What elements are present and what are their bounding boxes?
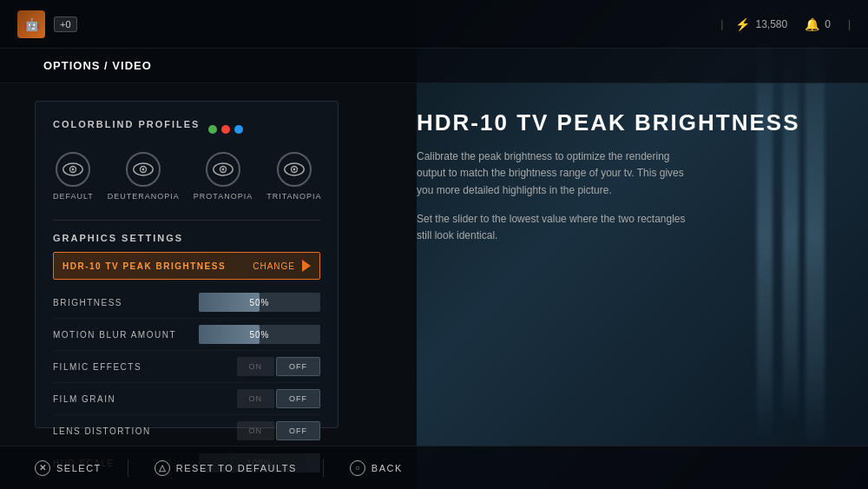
level-badge: +0	[54, 17, 77, 32]
film-grain-on[interactable]: ON	[237, 389, 275, 408]
right-panel: HDR-10 TV PEAK BRIGHTNESS Calibrate the …	[373, 83, 868, 446]
hdr-right: CHANGE	[253, 260, 311, 272]
tokens-value: 0	[825, 18, 831, 30]
hdr-label: HDR-10 TV PEAK BRIGHTNESS	[62, 261, 226, 271]
lightning-icon: ⚡	[735, 17, 750, 31]
profile-tritanopia-icon	[277, 152, 312, 187]
setting-filmic-effects: FILMIC EFFECTS ON OFF	[53, 351, 320, 383]
left-panel: COLORBLIND PROFILES DE	[0, 83, 373, 446]
back-label: BACK	[372, 463, 403, 473]
colorblind-profiles: DEFAULT DEUTERANOPIA	[53, 152, 320, 201]
brightness-slider[interactable]: 50%	[199, 293, 320, 312]
color-dots	[208, 125, 243, 134]
dot-blue	[234, 125, 243, 134]
top-stat-tokens: 🔔 0	[805, 17, 831, 31]
profile-deuteranopia-icon	[126, 152, 161, 187]
reset-action[interactable]: △ RESET TO DEFAULTS	[155, 460, 297, 476]
divider-1	[128, 459, 128, 477]
breadcrumb: OPTIONS / VIDEO	[0, 49, 868, 83]
profile-default-label: DEFAULT	[53, 192, 94, 201]
bottom-bar: ✕ SELECT △ RESET TO DEFAULTS ○ BACK	[0, 446, 868, 489]
graphics-settings-title: GRAPHICS SETTINGS	[53, 220, 320, 243]
top-left-section: 🤖 +0	[17, 10, 77, 38]
filmic-effects-toggle: ON OFF	[237, 357, 321, 376]
profile-tritanopia[interactable]: TRITANOPIA	[266, 152, 321, 201]
dot-green	[208, 125, 217, 134]
top-stat-divider-left: | ⚡ 13,580	[720, 17, 787, 31]
motion-blur-value: 50%	[249, 330, 269, 340]
setting-brightness: BRIGHTNESS 50%	[53, 287, 320, 319]
setting-motion-blur: MOTION BLUR AMOUNT 50%	[53, 319, 320, 351]
divider-2	[323, 459, 324, 477]
profile-deuteranopia[interactable]: DEUTERANOPIA	[108, 152, 180, 201]
change-label: CHANGE	[253, 261, 295, 271]
motion-blur-label: MOTION BLUR AMOUNT	[53, 330, 176, 340]
setting-lens-distortion: LENS DISTORTION ON OFF	[53, 415, 320, 447]
svg-point-8	[222, 169, 225, 171]
profile-default-icon	[56, 152, 90, 187]
setting-description-1: Calibrate the peak brightness to optimiz…	[417, 149, 694, 199]
player-avatar: 🤖	[17, 10, 45, 38]
profile-tritanopia-label: TRITANOPIA	[266, 192, 321, 201]
currency-value: 13,580	[755, 18, 787, 30]
lens-distortion-label: LENS DISTORTION	[53, 426, 151, 436]
panel-box: COLORBLIND PROFILES DE	[35, 101, 339, 428]
select-icon: ✕	[35, 460, 50, 476]
setting-film-grain: FILM GRAIN ON OFF	[53, 383, 320, 415]
brightness-value: 50%	[249, 298, 269, 307]
top-right-section: | ⚡ 13,580 🔔 0 |	[720, 17, 851, 31]
profile-protanopia[interactable]: PROTANOPIA	[194, 152, 253, 201]
profile-deuteranopia-label: DEUTERANOPIA	[108, 192, 180, 201]
colorblind-title: COLORBLIND PROFILES	[53, 119, 200, 129]
filmic-effects-on[interactable]: ON	[237, 357, 275, 376]
bell-icon: 🔔	[805, 17, 819, 31]
filmic-effects-label: FILMIC EFFECTS	[53, 362, 141, 372]
lens-distortion-off[interactable]: OFF	[276, 421, 320, 440]
select-label: SELECT	[56, 463, 102, 473]
filmic-effects-off[interactable]: OFF	[276, 357, 320, 376]
profile-protanopia-icon	[206, 152, 240, 187]
motion-blur-slider[interactable]: 50%	[199, 325, 320, 344]
film-grain-label: FILM GRAIN	[53, 394, 115, 404]
back-icon: ○	[350, 460, 365, 476]
select-action[interactable]: ✕ SELECT	[35, 460, 102, 476]
setting-description-title: HDR-10 TV PEAK BRIGHTNESS	[417, 109, 825, 136]
reset-label: RESET TO DEFAULTS	[176, 463, 297, 473]
main-content: COLORBLIND PROFILES DE	[0, 83, 868, 446]
film-grain-off[interactable]: OFF	[276, 389, 320, 408]
breadcrumb-current: VIDEO	[112, 59, 151, 72]
lens-distortion-on[interactable]: ON	[237, 421, 275, 440]
colorblind-header: COLORBLIND PROFILES	[53, 119, 320, 140]
breadcrumb-prefix: OPTIONS /	[43, 59, 112, 72]
lens-distortion-toggle: ON OFF	[237, 421, 321, 440]
reset-icon: △	[155, 460, 170, 476]
svg-point-5	[142, 169, 145, 171]
svg-point-11	[293, 169, 295, 171]
profile-protanopia-label: PROTANOPIA	[194, 192, 253, 201]
svg-point-2	[72, 169, 75, 171]
brightness-label: BRIGHTNESS	[53, 298, 122, 307]
play-arrow-icon	[302, 260, 311, 272]
back-action[interactable]: ○ BACK	[350, 460, 403, 476]
hdr-row[interactable]: HDR-10 TV PEAK BRIGHTNESS CHANGE	[53, 252, 320, 280]
top-bar: 🤖 +0 | ⚡ 13,580 🔔 0 |	[0, 0, 868, 49]
setting-description-2: Set the slider to the lowest value where…	[417, 211, 694, 244]
profile-default[interactable]: DEFAULT	[53, 152, 94, 201]
dot-red	[221, 125, 230, 134]
film-grain-toggle: ON OFF	[237, 389, 321, 408]
breadcrumb-text: OPTIONS / VIDEO	[43, 59, 152, 72]
